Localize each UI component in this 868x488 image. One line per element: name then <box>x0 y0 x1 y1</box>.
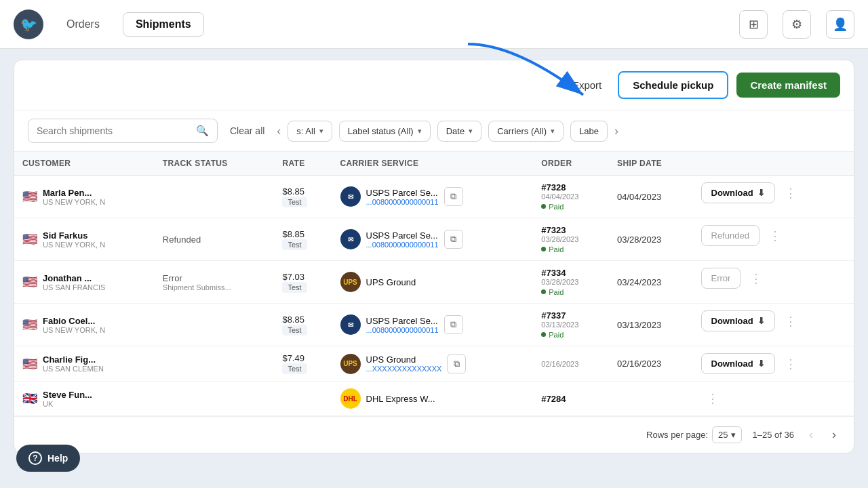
more-options-button[interactable]: ⋮ <box>779 354 802 374</box>
usps-logo: ✉ <box>340 186 361 207</box>
chevron-down-icon: ▾ <box>418 127 422 136</box>
carrier-service-cell: ✉ USPS Parcel Se... ...0080000000000011 … <box>332 218 534 261</box>
customer-location: US NEW YORK, N <box>43 241 105 249</box>
copy-tracking-button[interactable]: ⧉ <box>444 315 463 334</box>
search-box[interactable]: 🔍 <box>28 119 218 143</box>
test-badge: Test <box>282 363 307 374</box>
carrier-service-cell: ✉ USPS Parcel Se... ...0080000000000011 … <box>332 304 534 346</box>
order-cell: #7337 03/13/2023 Paid <box>533 304 609 346</box>
more-options-button[interactable]: ⋮ <box>701 388 724 409</box>
table-header: CUSTOMER TRACK STATUS RATE CARRIER SERVI… <box>14 152 854 176</box>
filter-label[interactable]: Labe <box>570 121 608 142</box>
copy-tracking-button[interactable]: ⧉ <box>444 230 463 249</box>
export-button[interactable]: Export <box>564 74 610 96</box>
ship-date-value: 03/28/2023 <box>617 235 687 245</box>
filter-carriers[interactable]: Carriers (All) ▾ <box>488 121 564 142</box>
carrier-tracking: ...0080000000000011 <box>366 326 439 334</box>
carrier-tracking: ...0080000000000011 <box>366 241 439 249</box>
ship-date-cell: 02/16/2023 <box>609 346 695 382</box>
download-icon: ⬇ <box>757 359 765 369</box>
filter-label-label: Labe <box>579 126 599 136</box>
country-flag: 🇺🇸 <box>22 189 37 204</box>
copy-tracking-button[interactable]: ⧉ <box>444 187 463 206</box>
chevron-down-icon: ▾ <box>469 127 473 136</box>
track-status: Error <box>163 273 267 283</box>
rows-per-page-label: Rows per page: <box>646 430 708 440</box>
download-button[interactable]: Download ⬇ <box>701 310 775 331</box>
copy-tracking-button[interactable]: ⧉ <box>447 354 466 373</box>
download-button[interactable]: Download ⬇ <box>701 353 775 374</box>
carrier-tracking: ...0080000000000011 <box>366 198 439 206</box>
customer-cell: 🇺🇸 Jonathan ... US SAN FRANCIS <box>14 261 155 304</box>
col-carrier-service: CARRIER SERVICE <box>332 152 534 176</box>
nav-tab-orders[interactable]: Orders <box>54 13 112 36</box>
clear-all-button[interactable]: Clear all <box>224 123 270 139</box>
more-options-button[interactable]: ⋮ <box>779 183 802 203</box>
table-row: 🇺🇸 Sid Farkus US NEW YORK, N Refunded $8… <box>14 218 854 261</box>
page-prev-button[interactable]: ‹ <box>805 425 817 445</box>
col-rate: RATE <box>274 152 332 176</box>
page-next-button[interactable]: › <box>828 425 840 445</box>
customer-location: US SAN FRANCIS <box>43 283 105 291</box>
col-customer: CUSTOMER <box>14 152 155 176</box>
schedule-pickup-button[interactable]: Schedule pickup <box>618 71 728 99</box>
action-cell: Download ⬇ ⋮ <box>696 304 854 338</box>
col-order: ORDER <box>533 152 609 176</box>
settings-icon: ⚙ <box>791 17 802 32</box>
ship-date-value: 04/04/2023 <box>617 192 687 202</box>
rows-per-page-select[interactable]: 25 ▾ <box>712 426 741 443</box>
order-number: #7334 <box>541 268 601 278</box>
filter-label-status[interactable]: Label status (All) ▾ <box>339 121 431 142</box>
carrier-service-cell: UPS UPS Ground ...XXXXXXXXXXXXXX ⧉ <box>332 346 534 382</box>
action-bar: Export Schedule pickup Create manifest <box>14 60 854 110</box>
help-button[interactable]: ? Help <box>16 445 80 472</box>
download-button[interactable]: Download ⬇ <box>701 182 775 203</box>
chart-icon-btn[interactable]: ⊞ <box>739 10 768 39</box>
user-icon-btn[interactable]: 👤 <box>826 10 854 39</box>
customer-cell: 🇺🇸 Charlie Fig... US SAN CLEMEN <box>14 346 155 382</box>
search-icon: 🔍 <box>196 125 209 137</box>
carrier-name: UPS Ground <box>366 354 442 365</box>
order-cell: #7284 <box>533 382 609 416</box>
country-flag: 🇺🇸 <box>22 274 37 289</box>
settings-icon-btn[interactable]: ⚙ <box>783 10 811 39</box>
shipments-table: CUSTOMER TRACK STATUS RATE CARRIER SERVI… <box>14 152 854 416</box>
paid-badge: Paid <box>541 288 564 296</box>
order-number: #7323 <box>541 225 601 235</box>
rate-cell: $7.03 Test <box>274 261 332 304</box>
rate-value: $8.85 <box>282 314 323 325</box>
filter-date[interactable]: Date ▾ <box>437 121 481 142</box>
order-cell: #7328 04/04/2023 Paid <box>533 176 609 218</box>
more-options-button[interactable]: ⋮ <box>779 311 802 331</box>
carrier-name: USPS Parcel Se... <box>366 188 439 198</box>
nav-tab-shipments[interactable]: Shipments <box>123 12 204 37</box>
carrier-service-cell: UPS UPS Ground <box>332 261 534 304</box>
top-nav: 🐦 Orders Shipments ⊞ ⚙ 👤 <box>0 0 868 49</box>
user-icon: 👤 <box>833 17 848 32</box>
customer-location: US SAN CLEMEN <box>43 365 104 373</box>
filter-nav-prev[interactable]: ‹ <box>277 124 281 138</box>
col-track-status: TRACK STATUS <box>155 152 275 176</box>
carrier-service-cell: DHL DHL Express W... <box>332 382 534 416</box>
paid-badge: Paid <box>541 203 564 211</box>
track-status: Refunded <box>163 235 267 245</box>
rows-per-page-value: 25 <box>718 430 728 440</box>
customer-name: Fabio Coel... <box>43 316 105 326</box>
test-badge: Test <box>282 239 307 250</box>
order-date: 03/28/2023 <box>541 278 601 286</box>
create-manifest-button[interactable]: Create manifest <box>736 73 840 98</box>
customer-cell: 🇺🇸 Marla Pen... US NEW YORK, N <box>14 176 155 218</box>
help-icon: ? <box>28 451 42 465</box>
table-row: 🇺🇸 Marla Pen... US NEW YORK, N $8.85 Tes… <box>14 176 854 218</box>
order-date: 04/04/2023 <box>541 192 601 201</box>
track-status-cell <box>155 176 275 218</box>
filter-status-all[interactable]: s: All ▾ <box>288 121 332 142</box>
filter-nav-next[interactable]: › <box>614 124 618 138</box>
carrier-name: USPS Parcel Se... <box>366 316 439 326</box>
order-date: 02/16/2023 <box>541 360 601 368</box>
ship-date-cell: 03/13/2023 <box>609 304 695 346</box>
more-options-button[interactable]: ⋮ <box>764 226 787 246</box>
carrier-name: USPS Parcel Se... <box>366 230 439 241</box>
search-input[interactable] <box>37 125 191 136</box>
more-options-button[interactable]: ⋮ <box>745 268 768 289</box>
